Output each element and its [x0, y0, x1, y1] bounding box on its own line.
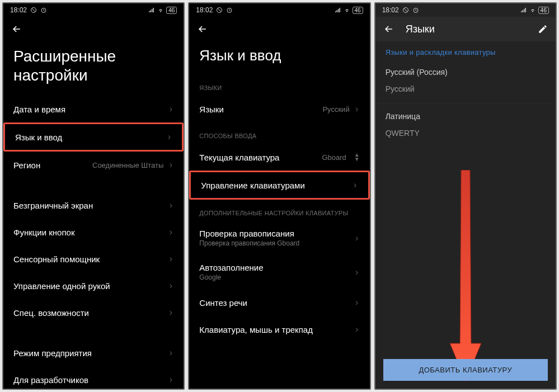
status-time: 18:02 [196, 6, 213, 14]
item-label: Управление клавиатурами [201, 181, 352, 190]
item-region[interactable]: Регион Соединенные Штаты › [3, 152, 184, 178]
item-sublabel: Google [199, 273, 354, 281]
status-bar: 18:02 46 [375, 3, 556, 17]
item-datetime[interactable]: Дата и время › [3, 96, 184, 122]
item-manage-keyboards[interactable]: Управление клавиатурами › [189, 171, 369, 200]
chevron-icon: › [353, 180, 358, 190]
item-value: Gboard [322, 153, 346, 162]
nav-header [3, 17, 184, 41]
battery-indicator: 46 [166, 7, 177, 14]
battery-indicator: 46 [538, 7, 549, 14]
svg-line-4 [44, 11, 45, 11]
back-icon[interactable] [11, 23, 22, 35]
item-label: Сенсорный помощник [13, 254, 168, 264]
back-icon[interactable] [197, 23, 208, 35]
nav-header: Языки [375, 17, 556, 41]
alarm-icon [412, 7, 419, 13]
chevron-icon: › [168, 281, 173, 291]
item-label: Управление одной рукой [13, 281, 168, 291]
page-title: Язык и ввод [189, 41, 369, 74]
item-enterprise[interactable]: Режим предприятия › [3, 339, 184, 366]
chevron-icon: › [168, 104, 173, 114]
back-icon[interactable] [383, 23, 394, 35]
section-languages: ЯЗЫКИ [189, 74, 369, 96]
chevron-icon: › [166, 132, 172, 142]
svg-line-14 [416, 11, 417, 11]
svg-line-11 [404, 8, 407, 12]
tutorial-arrow-icon [449, 170, 482, 382]
item-label: Язык и ввод [15, 133, 166, 142]
battery-indicator: 46 [353, 7, 363, 14]
item-value: Соединенные Штаты [92, 161, 163, 169]
item-onehand[interactable]: Управление одной рукой › [3, 272, 184, 299]
chevron-icon: › [168, 308, 173, 318]
item-label: Для разработчиков [13, 375, 168, 385]
section-additional: ДОПОЛНИТЕЛЬНЫЕ НАСТРОЙКИ КЛАВИАТУРЫ [189, 200, 369, 221]
signal-icon [335, 7, 341, 13]
section-input-methods: СПОСОБЫ ВВОДА [189, 122, 369, 144]
chevron-icon: › [354, 267, 360, 277]
edit-icon[interactable] [538, 24, 548, 34]
dnd-icon [30, 7, 37, 13]
item-tts[interactable]: Синтез речи › [189, 289, 369, 316]
chevron-icon: › [354, 104, 360, 114]
item-autofill[interactable]: Автозаполнение Google › [189, 255, 369, 289]
screen-language-input: 18:02 46 Язык и ввод ЯЗЫКИ Языки Русский… [188, 2, 370, 390]
alarm-icon [226, 7, 233, 13]
item-label: Автозаполнение [199, 263, 354, 272]
item-developer[interactable]: Для разработчиков › [3, 366, 184, 389]
signal-icon [520, 7, 527, 13]
status-bar: 18:02 46 [189, 3, 369, 17]
lang-secondary[interactable]: Латиница [375, 106, 556, 126]
alarm-icon [40, 7, 47, 13]
chevron-icon: › [168, 227, 173, 237]
svg-line-9 [229, 11, 231, 11]
item-label: Клавиатура, мышь и трекпад [199, 325, 354, 334]
add-keyboard-button[interactable]: ДОБАВИТЬ КЛАВИАТУРУ [383, 359, 548, 381]
chevron-icon: › [354, 297, 360, 308]
item-fullscreen[interactable]: Безграничный экран › [3, 192, 184, 219]
item-label: Режим предприятия [13, 348, 168, 358]
item-label: Функции кнопок [13, 228, 168, 237]
chevron-icon: › [354, 324, 360, 334]
chevron-icon: › [354, 233, 360, 243]
item-label: Безграничный экран [13, 201, 168, 210]
status-time: 18:02 [382, 6, 399, 14]
section-keyboard-layouts: Языки и раскладки клавиатуры [375, 41, 556, 62]
item-spellcheck[interactable]: Проверка правописания Проверка правописа… [189, 221, 369, 255]
item-label: Языки [199, 105, 322, 114]
lang-primary-sub: Русский [375, 82, 556, 101]
svg-line-6 [218, 8, 221, 12]
item-languages[interactable]: Языки Русский › [189, 96, 369, 122]
item-label: Текущая клавиатура [199, 153, 322, 162]
lang-primary[interactable]: Русский (Россия) [375, 62, 556, 82]
svg-line-1 [32, 8, 35, 12]
item-label: Дата и время [13, 105, 168, 114]
item-label: Проверка правописания [199, 229, 354, 238]
status-bar: 18:02 46 [3, 3, 184, 17]
status-time: 18:02 [10, 6, 27, 14]
item-current-keyboard[interactable]: Текущая клавиатура Gboard ▲▼ [189, 144, 369, 171]
signal-icon [148, 7, 155, 13]
updown-icon: ▲▼ [354, 153, 360, 162]
nav-header [189, 17, 369, 41]
item-label: Спец. возможности [13, 308, 168, 318]
item-assistant[interactable]: Сенсорный помощник › [3, 245, 184, 272]
item-sublabel: Проверка правописания Gboard [199, 239, 354, 247]
wifi-icon [344, 7, 350, 13]
item-buttons[interactable]: Функции кнопок › [3, 219, 184, 245]
chevron-icon: › [168, 160, 173, 170]
item-pointer[interactable]: Клавиатура, мышь и трекпад › [189, 316, 369, 343]
chevron-icon: › [168, 200, 173, 210]
dnd-icon [216, 7, 223, 13]
chevron-icon: › [168, 375, 173, 385]
screen-languages: 18:02 46 Языки Языки и раскладки клавиат… [374, 2, 557, 390]
chevron-icon: › [168, 254, 173, 264]
wifi-icon [529, 7, 536, 13]
dnd-icon [402, 7, 409, 13]
item-accessibility[interactable]: Спец. возможности › [3, 299, 184, 326]
item-language-input[interactable]: Язык и ввод › [3, 122, 184, 152]
item-label: Синтез речи [199, 298, 354, 308]
nav-title: Языки [406, 23, 538, 35]
lang-secondary-sub: QWERTY [375, 126, 556, 145]
